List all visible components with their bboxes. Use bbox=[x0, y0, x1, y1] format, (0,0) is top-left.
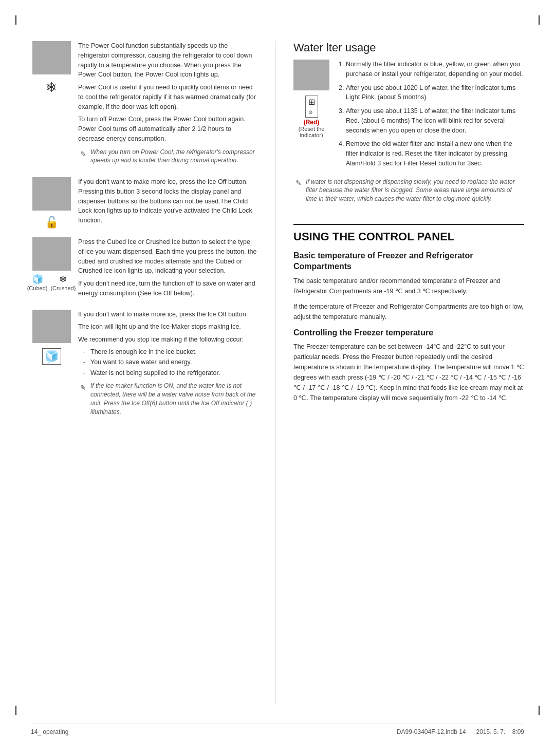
basic-temp-text2: If the temperature of Freezer and Refrig… bbox=[293, 301, 524, 322]
child-lock-section: 🔓 If you don't want to make more ice, pr… bbox=[31, 177, 257, 229]
footer-date: 2015. 5. 7. bbox=[476, 728, 506, 735]
water-filter-icon-area: ⊞⊙ (Red) (Reset the indicator) bbox=[293, 92, 329, 138]
red-label: (Red) bbox=[304, 119, 320, 126]
left-column: ❄ The Power Cool function substantially … bbox=[31, 41, 257, 705]
note-icon: ✎ bbox=[80, 149, 86, 165]
child-lock-icon: 🔓 bbox=[44, 214, 59, 229]
main-content: ❄ The Power Cool function substantially … bbox=[31, 41, 524, 705]
note-icon-2: ✎ bbox=[80, 383, 86, 416]
power-cool-image bbox=[32, 41, 71, 74]
water-filter-image bbox=[293, 60, 329, 90]
basic-temp-heading: Basic temperature of Freezer and Refrige… bbox=[293, 251, 524, 272]
ice-maker-bullets: There is enough ice in the ice bucket. Y… bbox=[78, 348, 257, 378]
corner-mark-br-h bbox=[0, 3, 9, 4]
corner-mark-bl bbox=[15, 706, 16, 715]
corner-mark-tl bbox=[15, 15, 16, 25]
crushed-ice-icon-group: ❄ (Crushed) bbox=[50, 274, 76, 291]
water-filter-note: ✎ If water is not dispensing or dispensi… bbox=[293, 178, 524, 203]
control-panel-title: USING THE CONTROL PANEL bbox=[293, 224, 524, 243]
footer-page-label: 14_ operating bbox=[31, 728, 68, 735]
ice-maker-text: If you don't want to make more ice, pres… bbox=[78, 310, 257, 421]
ice-maker-icon: 🧊 bbox=[44, 346, 59, 365]
water-filter-item-1: Normally the filter indicator is blue, y… bbox=[346, 60, 524, 79]
water-filter-item-4: Remove the old water filter and install … bbox=[346, 139, 524, 168]
control-panel-section: USING THE CONTROL PANEL Basic temperatur… bbox=[293, 224, 524, 409]
child-lock-image bbox=[32, 177, 71, 211]
footer-time: 8:09 bbox=[512, 728, 524, 735]
bullet-item-1: There is enough ice in the ice bucket. bbox=[86, 348, 257, 357]
ice-type-section: 🧊 (Cubed) ❄ (Crushed) Press the Cubed Ic… bbox=[31, 237, 257, 301]
crushed-ice-icon: ❄ bbox=[59, 274, 67, 285]
ice-type-text: Press the Cubed Ice or Crushed Ice butto… bbox=[78, 237, 257, 301]
footer-file-info: DA99-03404F-12.indb 14 2015. 5. 7. 8:09 bbox=[397, 728, 524, 735]
power-cool-note: ✎ When you turn on Power Cool, the refri… bbox=[78, 148, 257, 165]
reset-label: (Reset the indicator) bbox=[293, 126, 329, 138]
note-icon-3: ✎ bbox=[295, 179, 302, 203]
footer: 14_ operating DA99-03404F-12.indb 14 201… bbox=[31, 724, 524, 735]
filter-icon-symbol: ⊞⊙ bbox=[305, 96, 318, 118]
water-filter-section: Water lter usage ⊞⊙ (Red) (Reset the ind… bbox=[293, 41, 524, 207]
ice-maker-image bbox=[32, 310, 71, 343]
controlling-freezer-text: The Freezer temperature can be set betwe… bbox=[293, 342, 524, 403]
ice-maker-section: 🧊 If you don't want to make more ice, pr… bbox=[31, 310, 257, 421]
ice-type-image bbox=[32, 237, 71, 271]
water-filter-image-area: ⊞⊙ (Red) (Reset the indicator) bbox=[293, 60, 329, 138]
basic-temp-text1: The basic temperature and/or recommended… bbox=[293, 276, 524, 296]
corner-mark-br bbox=[539, 706, 540, 715]
water-filter-header: ⊞⊙ (Red) (Reset the indicator) Normally … bbox=[293, 60, 524, 173]
water-filter-item-2: After you use about 1020 L of water, the… bbox=[346, 83, 524, 103]
footer-filename: DA99-03404F-12.indb 14 bbox=[397, 728, 466, 735]
corner-mark-tr bbox=[539, 15, 540, 25]
column-divider bbox=[275, 41, 275, 705]
water-filter-title: Water lter usage bbox=[293, 41, 524, 54]
power-cool-icon: ❄ bbox=[44, 78, 59, 96]
controlling-freezer-heading: Controlling the Freezer temperature bbox=[293, 328, 524, 337]
cubed-ice-icon: 🧊 bbox=[32, 274, 43, 285]
ice-maker-note: ✎ If the ice maker function is ON, and t… bbox=[78, 382, 257, 416]
bullet-item-2: You want to save water and energy. bbox=[86, 358, 257, 367]
power-cool-section: ❄ The Power Cool function substantially … bbox=[31, 41, 257, 169]
water-filter-list: Normally the filter indicator is blue, y… bbox=[338, 60, 524, 173]
power-cool-text: The Power Cool function substantially sp… bbox=[78, 41, 257, 169]
child-lock-text: If you don't want to make more ice, pres… bbox=[78, 177, 257, 229]
bullet-item-3: Water is not being supplied to the refri… bbox=[86, 369, 257, 378]
water-filter-item-3: After you use about 1135 L of water, the… bbox=[346, 106, 524, 135]
cubed-ice-icon-group: 🧊 (Cubed) bbox=[27, 274, 48, 291]
right-column: Water lter usage ⊞⊙ (Red) (Reset the ind… bbox=[293, 41, 524, 705]
